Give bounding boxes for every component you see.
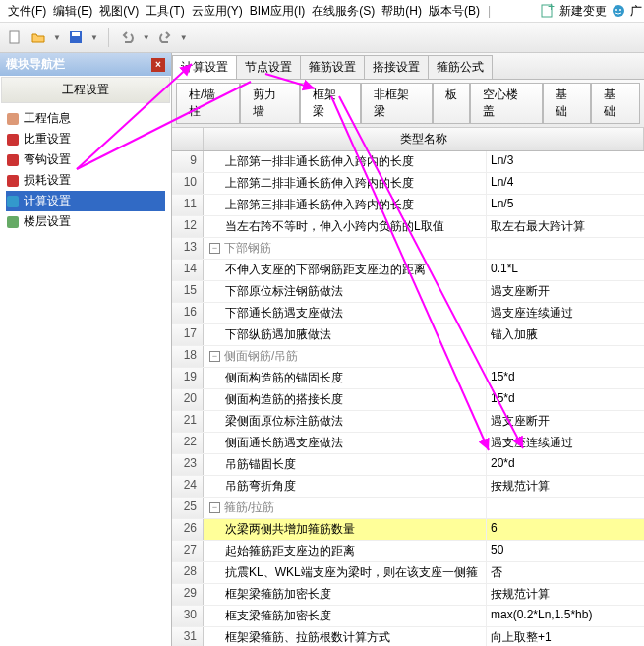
online-label[interactable]: 广 [630,3,642,20]
row-value[interactable]: 50 [487,541,644,561]
tab-箍筋公式[interactable]: 箍筋公式 [428,55,493,79]
menu-file[interactable]: 文件(F) [6,3,48,20]
calc-icon [6,195,20,208]
menu-version[interactable]: 版本号(B) [427,3,482,20]
dropdown-icon[interactable]: ▼ [143,33,150,42]
subtab-基础[interactable]: 基础 [543,83,592,124]
row-value[interactable]: 锚入加腋 [487,324,644,345]
grid-body[interactable]: 9上部第一排非通长筋伸入跨内的长度Ln/310上部第二排非通长筋伸入跨内的长度L… [172,151,644,646]
row-value[interactable] [487,238,644,259]
svg-rect-10 [7,154,19,166]
menu-help[interactable]: 帮助(H) [380,3,424,20]
menu-tools[interactable]: 工具(T) [144,3,186,20]
row-value[interactable]: 15*d [487,368,644,388]
menu-view[interactable]: 视图(V) [97,3,141,20]
dropdown-icon[interactable]: ▼ [180,33,188,42]
row-value[interactable]: 向上取整+1 [487,627,644,646]
online-icon[interactable] [611,3,626,19]
nav-item-hook[interactable]: 弯钩设置 [6,149,165,170]
collapse-icon[interactable]: − [209,351,220,362]
close-icon[interactable]: × [151,58,165,72]
table-row[interactable]: 22侧面通长筋遇支座做法遇支座连续通过 [172,433,644,454]
table-group-row[interactable]: 13− 下部钢筋 [172,238,644,260]
table-row[interactable]: 16下部通长筋遇支座做法遇支座连续通过 [172,303,644,324]
save-icon[interactable] [67,29,85,46]
subtab-柱/墙柱[interactable]: 柱/墙柱 [176,83,240,124]
undo-icon[interactable] [119,29,137,46]
table-row[interactable]: 23吊筋锚固长度20*d [172,454,644,476]
row-name: 次梁两侧共增加箍筋数量 [204,519,487,540]
nav-item-floor[interactable]: 楼层设置 [6,211,165,232]
row-value[interactable]: 取左右最大跨计算 [487,216,644,237]
table-row[interactable]: 28抗震KL、WKL端支座为梁时，则在该支座一侧箍否 [172,562,644,584]
table-row[interactable]: 21梁侧面原位标注筋做法遇支座断开 [172,411,644,433]
row-value[interactable] [487,498,644,518]
tab-计算设置[interactable]: 计算设置 [172,55,237,79]
subtab-空心楼盖[interactable]: 空心楼盖 [470,83,542,124]
row-value[interactable]: 遇支座断开 [487,411,644,432]
tab-箍筋设置[interactable]: 箍筋设置 [300,55,365,79]
table-group-row[interactable]: 18− 侧面钢筋/吊筋 [172,346,644,368]
subtab-框架梁[interactable]: 框架梁 [300,83,361,124]
collapse-icon[interactable]: − [209,243,220,254]
table-row[interactable]: 10上部第二排非通长筋伸入跨内的长度Ln/4 [172,173,644,195]
row-name: 框架梁箍筋、拉筋根数计算方式 [204,627,487,646]
menu-cloud[interactable]: 云应用(Y) [190,3,245,20]
menu-edit[interactable]: 编辑(E) [51,3,94,20]
row-value[interactable]: Ln/3 [487,151,644,172]
dropdown-icon[interactable]: ▼ [90,33,98,42]
menu-bim[interactable]: BIM应用(I) [248,3,308,20]
table-row[interactable]: 20侧面构造筋的搭接长度15*d [172,389,644,411]
row-value[interactable]: Ln/5 [487,195,644,215]
table-row[interactable]: 14不伸入支座的下部钢筋距支座边的距离0.1*L [172,260,644,281]
table-row[interactable]: 19侧面构造筋的锚固长度15*d [172,368,644,389]
row-value[interactable]: max(0.2*Ln,1.5*hb) [487,606,644,626]
table-row[interactable]: 27起始箍筋距支座边的距离50 [172,541,644,562]
row-value[interactable]: 6 [487,519,644,540]
nav-item-loss[interactable]: 损耗设置 [6,170,165,191]
row-value[interactable]: 否 [487,562,644,583]
subtab-板[interactable]: 板 [433,83,470,124]
row-value[interactable]: 按规范计算 [487,584,644,605]
table-row[interactable]: 26次梁两侧共增加箍筋数量6 [172,519,644,541]
row-value[interactable]: 遇支座连续通过 [487,433,644,453]
open-folder-icon[interactable] [29,29,47,46]
new-change-icon[interactable]: + [540,3,556,19]
subtab-剪力墙[interactable]: 剪力墙 [240,83,301,124]
dropdown-icon[interactable]: ▼ [53,33,61,42]
row-value[interactable]: 0.1*L [487,260,644,280]
menu-online[interactable]: 在线服务(S) [310,3,377,20]
row-value[interactable]: 遇支座断开 [487,281,644,302]
table-row[interactable]: 12当左右跨不等时，伸入小跨内负筋的L取值取左右最大跨计算 [172,216,644,238]
table-row[interactable]: 30框支梁箍筋加密长度max(0.2*Ln,1.5*hb) [172,606,644,627]
table-row[interactable]: 9上部第一排非通长筋伸入跨内的长度Ln/3 [172,151,644,173]
table-group-row[interactable]: 25− 箍筋/拉筋 [172,498,644,519]
nav-item-calc[interactable]: 计算设置 [6,191,165,211]
table-row[interactable]: 31框架梁箍筋、拉筋根数计算方式向上取整+1 [172,627,644,646]
redo-icon[interactable] [156,29,174,46]
row-value[interactable]: Ln/4 [487,173,644,194]
row-value[interactable]: 20*d [487,454,644,475]
row-value[interactable] [487,346,644,367]
subtab-非框架梁[interactable]: 非框架梁 [361,83,433,124]
tab-节点设置[interactable]: 节点设置 [236,55,301,79]
row-value[interactable]: 遇支座连续通过 [487,303,644,323]
table-row[interactable]: 15下部原位标注钢筋做法遇支座断开 [172,281,644,303]
table-row[interactable]: 24吊筋弯折角度按规范计算 [172,476,644,498]
row-name: 上部第二排非通长筋伸入跨内的长度 [204,173,487,194]
subtab-基础[interactable]: 基础 [591,83,640,124]
tab-搭接设置[interactable]: 搭接设置 [364,55,429,79]
nav-section[interactable]: 工程设置 [1,77,170,103]
table-row[interactable]: 29框架梁箍筋加密长度按规范计算 [172,584,644,606]
row-number: 13 [172,238,204,259]
new-file-icon[interactable] [6,29,24,46]
row-value[interactable]: 按规范计算 [487,476,644,497]
nav-item-folder[interactable]: 工程信息 [6,108,165,129]
table-row[interactable]: 17下部纵筋遇加腋做法锚入加腋 [172,324,644,346]
toolbar: ▼ ▼ ▼ ▼ [0,22,644,53]
nav-item-scale[interactable]: 比重设置 [6,129,165,149]
table-row[interactable]: 11上部第三排非通长筋伸入跨内的长度Ln/5 [172,195,644,216]
row-value[interactable]: 15*d [487,389,644,410]
collapse-icon[interactable]: − [209,502,220,513]
new-change-label[interactable]: 新建变更 [559,3,607,20]
